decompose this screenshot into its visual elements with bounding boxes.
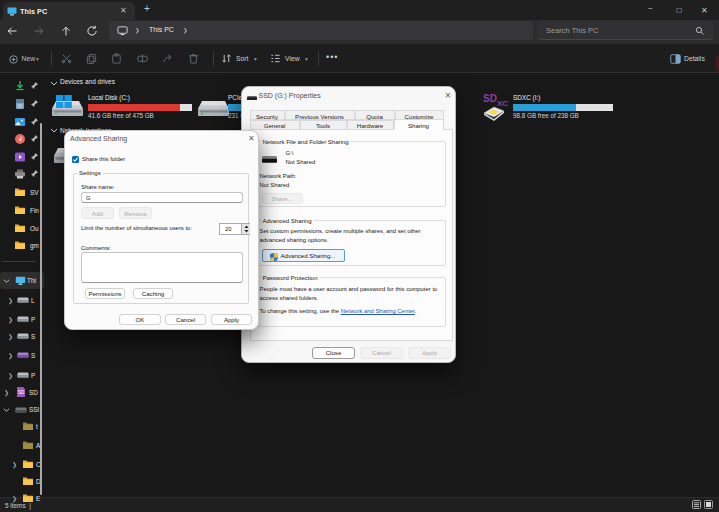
svg-text:SD: SD [18, 390, 25, 395]
